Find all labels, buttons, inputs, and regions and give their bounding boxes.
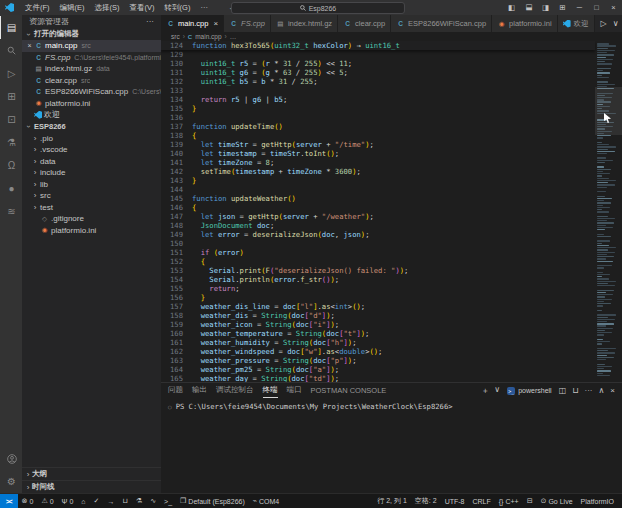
activity-platformio-icon[interactable]: ● [0, 177, 22, 200]
customize-layout-icon[interactable]: ⊞ [554, 0, 571, 15]
pio-env[interactable]: ❒Default (Esp8266) [176, 497, 249, 505]
pio-clean[interactable]: ⊔ [118, 497, 131, 505]
breadcrumb-file[interactable]: main.cpp [195, 33, 221, 40]
language-mode[interactable]: {}C++ [495, 498, 523, 505]
encoding[interactable]: UTF-8 [441, 498, 469, 505]
activity-extensions-icon[interactable]: ⊞ [0, 85, 22, 108]
pio-home[interactable]: ⌂ [77, 498, 89, 505]
forwarded-ports[interactable]: Ψ0 [58, 498, 78, 505]
minimize-button[interactable]: ─ [571, 0, 588, 15]
breadcrumb-folder[interactable]: src [171, 33, 180, 40]
open-editor-ESP8266WiFiScan.cpp[interactable]: ×CESP8266WiFiScan.cppC:\Users\feie9454\.… [22, 86, 161, 98]
close-icon[interactable]: × [25, 42, 34, 49]
sidebar-section-时间线[interactable]: ›时间线 [22, 480, 161, 493]
menu-item-3[interactable]: 查看(V) [125, 3, 160, 13]
tree-file-platformio.ini[interactable]: ◉platformio.ini [22, 225, 161, 237]
menu-item-4[interactable]: 转到(G) [160, 3, 196, 13]
command-center-search[interactable]: Esp8266 [231, 2, 405, 14]
breadcrumb-symbol[interactable]: … [230, 33, 237, 40]
pio-test[interactable]: ⚗ [132, 497, 146, 505]
menu-item-2[interactable]: 选择(S) [90, 3, 125, 13]
tree-folder-include[interactable]: ›include [22, 167, 161, 179]
kill-terminal-button[interactable]: ⊔ [572, 386, 578, 395]
activity-settings-icon[interactable]: ⚙ [0, 470, 22, 493]
eol[interactable]: CRLF [468, 498, 494, 505]
maximize-button[interactable]: □ [588, 0, 605, 15]
close-button[interactable]: × [605, 0, 622, 15]
run-button[interactable]: ▷ [601, 19, 607, 28]
open-editor-index.html.gz[interactable]: ×▤index.html.gzdata [22, 63, 161, 75]
terminal[interactable]: ○ PS C:\Users\feie9454\Documents\My Proj… [161, 398, 622, 495]
editor-indicator[interactable]: ⊟ [523, 497, 537, 505]
terminal-dropdown[interactable]: ∨ [494, 385, 500, 396]
open-editors-header[interactable]: › 打开的编辑器 [22, 28, 161, 40]
close-icon[interactable]: × [213, 19, 218, 28]
tab-main.cpp[interactable]: Cmain.cpp× [161, 15, 224, 32]
tab-ESP8266WiFiScan.cpp[interactable]: CESP8266WiFiScan.cpp [391, 15, 492, 32]
panel-tab-调试控制台[interactable]: 调试控制台 [216, 383, 254, 398]
activity-testing-icon[interactable]: ⚗ [0, 131, 22, 154]
terminal-tab-powershell[interactable]: >_ powershell [507, 387, 551, 395]
maximize-panel-button[interactable]: ∧ [598, 386, 604, 395]
tab-FS.cpp[interactable]: CFS.cpp [224, 15, 271, 32]
pio-upload[interactable]: → [103, 498, 118, 505]
panel-tab-输出[interactable]: 输出 [192, 383, 207, 398]
panel-tab-端口[interactable]: 端口 [287, 383, 302, 398]
activity-serial-monitor-icon[interactable]: ≋ [0, 200, 22, 223]
go-live[interactable]: ⊙Go Live [537, 497, 577, 505]
serial-port[interactable]: ⌁COM4 [249, 497, 283, 505]
menu-item-0[interactable]: 文件(F) [20, 3, 55, 13]
pio-terminal[interactable]: >_ [160, 498, 176, 505]
activity-explorer-icon[interactable]: ▤ [0, 16, 22, 39]
open-editor-clear.cpp[interactable]: ×Cclear.cppsrc [22, 75, 161, 87]
cursor-position[interactable]: 行 2, 列 1 [373, 496, 411, 506]
remote-indicator[interactable]: >< [0, 494, 18, 508]
menu-item-1[interactable]: 编辑(E) [55, 3, 90, 13]
toggle-secondary-sidebar-icon[interactable]: ◨ [537, 0, 554, 15]
panel-tab-POSTMAN CONSOLE[interactable]: POSTMAN CONSOLE [311, 383, 387, 398]
sidebar-more-actions[interactable]: ··· [146, 17, 154, 26]
tree-folder-lib[interactable]: ›lib [22, 179, 161, 191]
errors[interactable]: ⊗0 [18, 497, 38, 505]
more-actions-button[interactable]: ··· [584, 386, 592, 395]
activity-search-icon[interactable] [0, 39, 22, 62]
split-terminal-button[interactable]: ◫ [559, 386, 567, 395]
platformio-status[interactable]: PlatformIO [577, 498, 618, 505]
sidebar-section-大纲[interactable]: ›大纲 [22, 467, 161, 480]
activity-account-icon[interactable] [0, 447, 22, 470]
breadcrumb[interactable]: src › C main.cpp › … [161, 32, 622, 41]
tab-platformio.ini[interactable]: ◉platformio.ini [492, 15, 558, 32]
tree-folder-src[interactable]: ›src [22, 190, 161, 202]
tree-folder-.vscode[interactable]: ›.vscode [22, 144, 161, 156]
toggle-primary-sidebar-icon[interactable]: ◧ [503, 0, 520, 15]
open-editor-main.cpp[interactable]: ×Cmain.cppsrc [22, 40, 161, 52]
tab-index.html.gz[interactable]: ▤index.html.gz [271, 15, 338, 32]
tree-file-.gitignore[interactable]: ◇.gitignore [22, 213, 161, 225]
activity-run-debug-icon[interactable]: ▷ [0, 62, 22, 85]
minimap-viewport[interactable] [595, 87, 622, 135]
menu-item-5[interactable]: ··· [195, 3, 213, 12]
tree-folder-.pio[interactable]: ›.pio [22, 133, 161, 145]
tab-clear.cpp[interactable]: Cclear.cpp [338, 15, 391, 32]
open-editor-platformio.ini[interactable]: ×◉platformio.ini [22, 98, 161, 110]
activity-remote-explorer-icon[interactable]: ⊡ [0, 108, 22, 131]
activity-robot-extension-icon[interactable]: Ω [0, 154, 22, 177]
new-terminal-button[interactable]: ＋ [481, 385, 489, 396]
tree-folder-test[interactable]: ›test [22, 202, 161, 214]
close-panel-button[interactable]: × [610, 386, 615, 395]
toggle-panel-icon[interactable]: ◧ [520, 0, 537, 15]
run-dropdown[interactable]: ∨ [613, 19, 619, 28]
pio-build[interactable]: ✓ [90, 497, 104, 505]
tab-欢迎[interactable]: 欢迎 [558, 15, 595, 32]
panel-tab-问题[interactable]: 问题 [168, 383, 183, 398]
panel-tab-终端[interactable]: 终端 [263, 383, 278, 398]
project-section-header[interactable]: › ESP8266 [22, 121, 161, 133]
open-editor-欢迎[interactable]: ×欢迎 [22, 109, 161, 121]
minimap[interactable] [595, 41, 622, 382]
tree-folder-data[interactable]: ›data [22, 156, 161, 168]
open-editor-FS.cpp[interactable]: ×CFS.cppC:\Users\feie9454\.platformio\pa… [22, 52, 161, 64]
pio-serial-monitor[interactable]: ∿ [146, 497, 160, 505]
warnings[interactable]: ⚠0 [37, 497, 57, 505]
indentation[interactable]: 空格: 2 [411, 496, 441, 506]
code-editor[interactable]: 129130 uint16_t r5 = (r * 31 / 255) << 1… [161, 41, 622, 382]
